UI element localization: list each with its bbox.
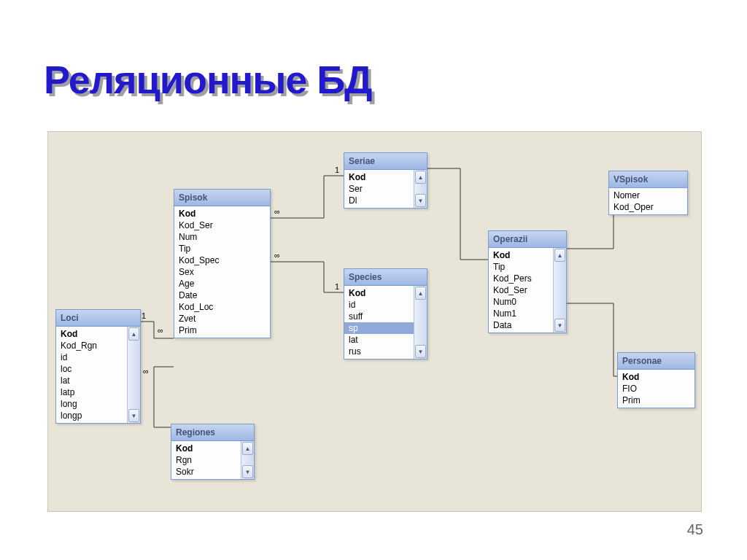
scrollbar[interactable]: ▲ ▼ (414, 170, 427, 208)
field[interactable]: long (56, 398, 127, 410)
slide-title: Реляционные БД (44, 57, 372, 102)
field[interactable]: Prim (618, 394, 694, 406)
field[interactable]: id (344, 299, 414, 311)
card-inf: ∞ (143, 367, 149, 376)
field[interactable]: Kod_Spec (174, 254, 270, 266)
card-inf: ∞ (158, 326, 163, 335)
entity-header: Personae (618, 353, 694, 370)
entity-seriae[interactable]: Seriae Kod Ser Dl ▲ ▼ (344, 152, 427, 209)
scroll-up-icon[interactable]: ▲ (128, 327, 139, 341)
field[interactable]: loc (56, 363, 127, 375)
field-pk[interactable]: Kod (618, 371, 694, 383)
field-pk[interactable]: Kod (174, 208, 270, 219)
field-list: Kod FIO Prim (618, 370, 694, 408)
field[interactable]: lat (56, 375, 127, 386)
card-one: 1 (335, 166, 339, 174)
scroll-down-icon[interactable]: ▼ (128, 409, 139, 422)
field[interactable]: lat (344, 334, 414, 346)
scroll-up-icon[interactable]: ▲ (415, 171, 426, 184)
field-list: Kod id suff sp lat rus (344, 286, 414, 359)
field-list: Kod Kod_Ser Num Tip Kod_Spec Sex Age Dat… (174, 206, 270, 338)
card-one: 1 (142, 311, 146, 320)
entity-header: VSpisok (609, 171, 687, 188)
field[interactable]: Sokr (171, 466, 241, 478)
field-pk[interactable]: Kod (344, 171, 414, 183)
diagram-canvas: 1 ∞ ∞ 1 ∞ 1 ∞ 1 Loci Kod Kod_Rgn id loc … (47, 131, 702, 512)
field-list: Kod Ser Dl (344, 170, 414, 208)
field[interactable]: Num1 (489, 308, 553, 319)
page-number: 45 (687, 521, 703, 538)
card-inf: ∞ (274, 207, 280, 216)
card-one: 1 (335, 282, 339, 291)
field[interactable]: Ser (344, 183, 414, 195)
field[interactable]: Prim (174, 324, 270, 336)
entity-personae[interactable]: Personae Kod FIO Prim (617, 352, 695, 408)
field[interactable]: Kod_Oper (609, 201, 687, 213)
field-pk[interactable]: Kod (344, 287, 414, 299)
scroll-down-icon[interactable]: ▼ (415, 345, 426, 358)
field[interactable]: Tip (489, 261, 553, 273)
field-pk[interactable]: Kod (171, 443, 241, 454)
entity-loci[interactable]: Loci Kod Kod_Rgn id loc lat latp long lo… (55, 309, 141, 424)
field[interactable]: Sex (174, 266, 270, 278)
scroll-down-icon[interactable]: ▼ (242, 465, 253, 478)
field[interactable]: Kod_Ser (489, 284, 553, 296)
field[interactable]: longp (56, 410, 127, 421)
scrollbar[interactable]: ▲ ▼ (241, 441, 254, 479)
field[interactable]: Kod_Pers (489, 273, 553, 284)
scrollbar[interactable]: ▲ ▼ (127, 327, 140, 423)
field-selected[interactable]: sp (344, 322, 414, 334)
field[interactable]: latp (56, 386, 127, 398)
field-list: Nomer Kod_Oper (609, 188, 687, 214)
entity-header: Regiones (171, 424, 254, 441)
field-pk[interactable]: Kod (489, 249, 553, 261)
field-pk[interactable]: Kod (56, 328, 127, 340)
field[interactable]: Tip (174, 243, 270, 254)
scroll-up-icon[interactable]: ▲ (554, 249, 565, 262)
field[interactable]: Num0 (489, 296, 553, 308)
entity-spisok[interactable]: Spisok Kod Kod_Ser Num Tip Kod_Spec Sex … (174, 189, 271, 338)
field[interactable]: Num (174, 231, 270, 243)
entity-regiones[interactable]: Regiones Kod Rgn Sokr ▲ ▼ (171, 424, 255, 480)
entity-header: Spisok (174, 190, 270, 206)
scrollbar[interactable]: ▲ ▼ (414, 286, 427, 359)
scroll-down-icon[interactable]: ▼ (415, 194, 426, 207)
field[interactable]: Kod_Loc (174, 301, 270, 313)
entity-species[interactable]: Species Kod id suff sp lat rus ▲ ▼ (344, 268, 427, 359)
field-list: Kod Tip Kod_Pers Kod_Ser Num0 Num1 Data (489, 248, 553, 332)
field[interactable]: id (56, 351, 127, 363)
field[interactable]: Age (174, 278, 270, 289)
field[interactable]: Dl (344, 195, 414, 206)
entity-header: Species (344, 269, 427, 286)
field[interactable]: FIO (618, 383, 694, 394)
entity-vspisok[interactable]: VSpisok Nomer Kod_Oper (608, 171, 688, 215)
field[interactable]: Rgn (171, 454, 241, 466)
field[interactable]: rus (344, 346, 414, 357)
field-list: Kod Kod_Rgn id loc lat latp long longp (56, 327, 127, 423)
entity-header: Loci (56, 310, 140, 327)
entity-header: Operazii (489, 231, 566, 248)
field[interactable]: Kod_Ser (174, 219, 270, 231)
entity-header: Seriae (344, 153, 427, 170)
scrollbar[interactable]: ▲ ▼ (553, 248, 566, 332)
card-inf: ∞ (274, 251, 280, 260)
scroll-down-icon[interactable]: ▼ (554, 319, 565, 332)
field[interactable]: suff (344, 311, 414, 322)
scroll-up-icon[interactable]: ▲ (415, 287, 426, 300)
field[interactable]: Zvet (174, 313, 270, 324)
scroll-up-icon[interactable]: ▲ (242, 442, 253, 455)
field[interactable]: Nomer (609, 190, 687, 201)
field[interactable]: Kod_Rgn (56, 340, 127, 351)
entity-operazii[interactable]: Operazii Kod Tip Kod_Pers Kod_Ser Num0 N… (488, 230, 567, 333)
field[interactable]: Data (489, 319, 553, 331)
field[interactable]: Date (174, 289, 270, 301)
field-list: Kod Rgn Sokr (171, 441, 241, 479)
